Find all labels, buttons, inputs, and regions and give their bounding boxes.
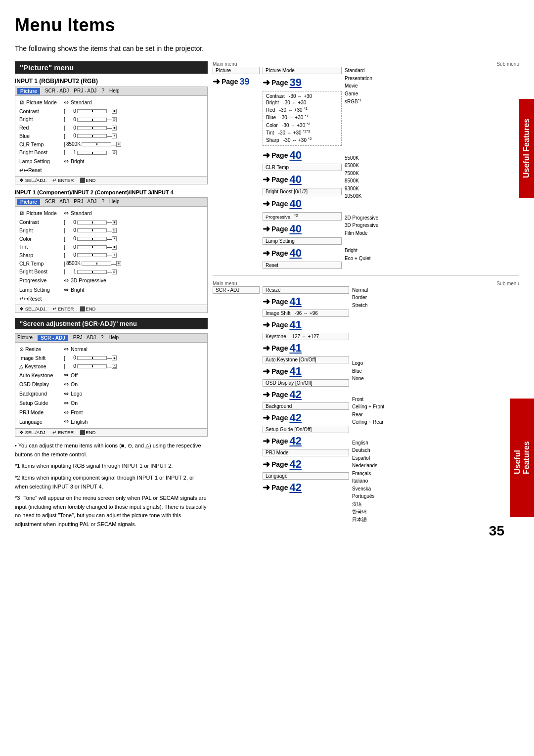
menu-row-autokeystone: Auto Keystone ⇔ Off	[19, 370, 203, 380]
scr-page-42-4: ➜ Page 42	[263, 458, 349, 471]
scr-item-prjmode: PRJ Mode	[263, 449, 349, 456]
menu-row-contrast2: Contrast [ 0 — ■	[19, 218, 203, 226]
scr-page-42-2: ➜ Page 42	[263, 411, 349, 424]
menu-item-clrtemp: CLR Temp	[263, 164, 342, 171]
scr-tree-row: SCR - ADJ Resize ➜ Page 41 Image Shift -…	[213, 286, 519, 524]
scr-item-osddisplay: OSD Display [On/Off]	[263, 379, 349, 387]
page-ref-40-3: ➜ Page 40	[263, 197, 342, 210]
scr-page-41-3: ➜ Page 41	[263, 342, 349, 355]
menu-row-blue1: Blue [ 0 — +	[19, 132, 203, 140]
menu-row-lampsetting2: Lamp Setting ⇔ Bright	[19, 285, 203, 295]
scr-item-autokeystone: Auto Keystone [On/Off]	[263, 356, 349, 363]
menu-item-picture-mode: Picture Mode	[263, 67, 342, 74]
menu-row-color2: Color [ 0 — +	[19, 235, 203, 243]
scr-menu-heading: "Screen adjustment (SCR-ADJ)" menu	[15, 318, 208, 329]
picture-mode-subitems: Standard Presentation Movie Game sRGB*1	[345, 67, 519, 106]
tab-help-1[interactable]: Help	[109, 88, 120, 94]
page-ref-39-big: ➜ Page 39	[263, 76, 342, 89]
col-picture-sub: Picture Mode ➜ Page 39 Contrast -30 ↔ +3…	[263, 67, 342, 270]
menu-item-progressive: Progressive *2	[263, 212, 342, 221]
tab-helpicon-2[interactable]: ?	[101, 199, 104, 205]
menu-box-3: Picture SCR - ADJ PRJ - ADJ ? Help ⊙ Res…	[15, 333, 208, 437]
menu-row-lampsetting1: Lamp Setting ⇔ Bright	[19, 157, 203, 166]
tab-help-icon-1[interactable]: ?	[101, 88, 104, 94]
right-panel: Main menu Sub menu Picture ➜ Page 39	[213, 61, 519, 532]
top-meta-scr: Main menu Sub menu	[213, 281, 519, 286]
menu-item-brightboost: Bright Boost [0/1/2]	[263, 188, 342, 195]
page-ref-40-4: ➜ Page 40	[263, 222, 342, 235]
tab-picture-1[interactable]: Picture	[17, 88, 40, 94]
tab-prjadj-3[interactable]: PRJ - ADJ	[73, 335, 96, 341]
tab-picture-2[interactable]: Picture	[17, 199, 40, 205]
menu-box-3-body: ⊙ Resize ⇔ Normal Image Shift [ 0 — ■ △ …	[15, 343, 207, 428]
page-number: 35	[489, 523, 504, 539]
menu-row-keystone: △ Keystone [ 0 — △	[19, 362, 203, 371]
scr-col-main: SCR - ADJ	[213, 286, 260, 524]
menu-row-brightboost2: Bright Boost [ 1 — ⊙	[19, 267, 203, 276]
language-subitems: English Deutsch Español Nederlands Franç…	[352, 439, 519, 524]
scr-item-imageshift: Image Shift -96 ↔ +96	[263, 310, 349, 317]
menu-row-picturemode1: 🖥 Picture Mode ⇔ Standard	[19, 98, 203, 107]
note-1: *1 Items when inputting RGB signal throu…	[15, 462, 208, 471]
page-ref-40-1: ➜ Page 40	[263, 149, 342, 162]
menu-box-2-body: 🖥 Picture Mode ⇔ Standard Contrast [ 0 —…	[15, 207, 207, 305]
menu-box-1-footer: ❖ SEL./ADJ. ↵ ENTER ⬛END	[15, 176, 207, 184]
item-color: Color -30 ↔ +30 *2	[266, 122, 338, 128]
menu-row-progressive2: Progressive ⇔ 3D Progressive	[19, 276, 203, 285]
menu-row-prjmode: PRJ Mode ⇔ Front	[19, 408, 203, 417]
menu-box-2-header: Picture SCR - ADJ PRJ - ADJ ? Help	[15, 198, 207, 207]
note-2: *2 Items when inputting component signal…	[15, 474, 208, 491]
sub-menu-label: Sub menu	[496, 61, 519, 67]
scr-page-41-4: ➜ Page 41	[263, 365, 349, 378]
scr-main-menu-label: Main menu	[213, 281, 237, 286]
resize-subitems: Normal Border Stretch	[352, 286, 519, 310]
picture-tree-row: Picture ➜ Page 39 Picture Mode	[213, 67, 519, 270]
menu-row-background: Background ⇔ Logo	[19, 389, 203, 399]
scr-col-sub: Resize ➜ Page 41 Image Shift -96 ↔ +96 ➜…	[263, 286, 349, 524]
clrtemp-subitems: 5500K 6500K 7500K 8500K 9300K 10500K	[345, 154, 519, 200]
tab-scradj-3[interactable]: SCR - ADJ	[38, 335, 68, 341]
scr-col-items: Normal Border Stretch Logo Blue	[352, 286, 519, 524]
main-menu-label: Main menu	[213, 61, 237, 67]
tab-picture-3[interactable]: Picture	[17, 335, 33, 341]
menu-row-imageshift: Image Shift [ 0 — ■	[19, 354, 203, 362]
scr-item-background: Background	[263, 402, 349, 410]
page-ref-40-2: ➜ Page 40	[263, 173, 342, 186]
menu-row-picturemode2: 🖥 Picture Mode ⇔ Standard	[19, 209, 203, 218]
menu-row-sharp2: Sharp [ 0 — +	[19, 251, 203, 260]
scr-item-setupguide: Setup Guide [On/Off]	[263, 426, 349, 433]
tab-help-3[interactable]: Help	[108, 335, 119, 341]
tab-help-2[interactable]: Help	[109, 199, 120, 205]
menu-row-clrtemp2: CLR Temp [ 8500K — ✳	[19, 260, 203, 268]
menu-box-2: Picture SCR - ADJ PRJ - ADJ ? Help 🖥 Pic…	[15, 197, 208, 313]
scr-page-42-5: ➜ Page 42	[263, 481, 349, 494]
top-meta-picture: Main menu Sub menu	[213, 61, 519, 67]
menu-box-3-header: Picture SCR - ADJ PRJ - ADJ ? Help	[15, 334, 207, 343]
menu-row-language: Language ⇔ English	[19, 417, 203, 426]
useful-features-tab-top: Useful Features	[519, 99, 534, 198]
scr-page-42-3: ➜ Page 42	[263, 435, 349, 447]
note-bullet: • You can adjust the menu items with ico…	[15, 442, 208, 459]
menu-row-brightboost1: Bright Boost [ 1 — ⊙	[19, 148, 203, 157]
page-title: Menu Items	[15, 15, 519, 36]
tab-helpicon-3[interactable]: ?	[101, 335, 104, 341]
content-row: "Picture" menu INPUT 1 (RGB)/INPUT2 (RGB…	[15, 61, 519, 532]
tab-scradj-2[interactable]: SCR - ADJ	[45, 199, 69, 205]
menu-box-1: Picture SCR - ADJ PRJ - ADJ ? Help 🖥 Pic…	[15, 87, 208, 184]
menu-row-bright2: Bright [ 0 — ⊙	[19, 226, 203, 235]
input1-label: INPUT 1 (RGB)/INPUT2 (RGB)	[15, 78, 208, 85]
scr-item-resize: Resize	[263, 286, 349, 294]
tab-prjadj-1[interactable]: PRJ - ADJ	[74, 88, 96, 94]
item-sharp: Sharp -30 ↔ +30 *2	[266, 136, 338, 143]
tab-prjadj-2[interactable]: PRJ - ADJ	[74, 199, 96, 205]
input2-label: INPUT 1 (Component)/INPUT 2 (Component)/…	[15, 189, 208, 195]
menu-row-tint2: Tint [ 0 — ■	[19, 243, 203, 251]
scr-item-language: Language	[263, 472, 349, 480]
col-sub-menu: Standard Presentation Movie Game sRGB*1 …	[345, 67, 519, 270]
item-contrast: Contrast -30 ↔ +30	[266, 93, 338, 99]
menu-item-scradj: SCR - ADJ	[213, 286, 260, 294]
prjmode-subitems: Front Ceiling + Front Rear Ceiling + Rea…	[352, 396, 519, 426]
tab-scradj-1[interactable]: SCR - ADJ	[45, 88, 69, 94]
item-blue: Blue -30 ↔ +30 *1	[266, 114, 338, 120]
menu-row-bright1: Bright [ 0 — ⊙	[19, 115, 203, 124]
